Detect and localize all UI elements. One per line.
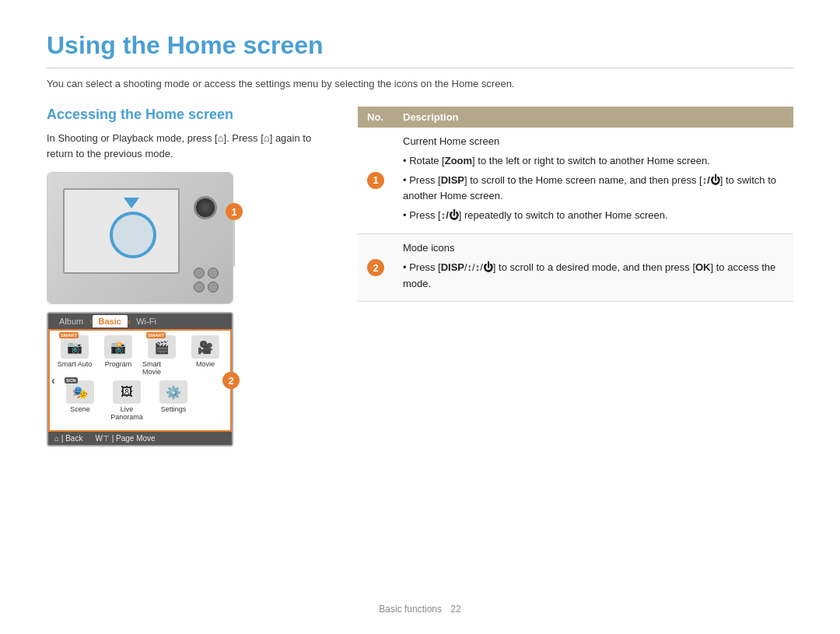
icon-smart-auto: SMART 📷 Smart Auto (55, 335, 94, 376)
icon-scene: SCN 🎭 Scene (61, 380, 100, 421)
table-row: 2 Mode icons Press [DISP/↕/↕/⏻] to scrol… (358, 233, 793, 301)
footer-page: 22 (450, 604, 460, 615)
page-footer: Basic functions 22 (0, 604, 840, 615)
page-title: Using the Home screen (47, 31, 793, 68)
section-desc: In Shooting or Playback mode, press [⌂].… (47, 131, 334, 161)
footer-text: Basic functions (379, 604, 442, 615)
icon-settings: ⚙️ Settings (154, 380, 193, 421)
row2-bullets: Press [DISP/↕/↕/⏻] to scroll to a desire… (403, 260, 784, 292)
row1-num: 1 (358, 128, 394, 233)
info-table: No. Description 1 Current Home screen Ro… (358, 107, 793, 302)
row2-desc: Mode icons Press [DISP/↕/↕/⏻] to scroll … (394, 233, 793, 301)
home-screen-ui: Album › Basic › Wi-Fi ‹ SMART (47, 312, 233, 447)
page-subtitle: You can select a shooting mode or access… (47, 78, 793, 89)
table-row: 1 Current Home screen Rotate [Zoom] to t… (358, 128, 793, 233)
icon-movie: 🎥 Movie (186, 335, 225, 376)
footer-back: ⌂ | Back (54, 434, 82, 443)
icons-row-2: SCN 🎭 Scene 🖼 LivePanorama ⚙️ (53, 380, 227, 421)
home-screen-footer: ⌂ | Back W⊤ | Page Move (48, 432, 232, 445)
icons-row-1: SMART 📷 Smart Auto 📸 Program (53, 335, 227, 376)
icon-live-panorama: 🖼 LivePanorama (107, 380, 146, 421)
tab-album: Album (53, 315, 89, 328)
icon-smart-movie: SMART 🎬 Smart Movie (142, 335, 181, 376)
row1-desc: Current Home screen Rotate [Zoom] to the… (394, 128, 793, 233)
footer-page-move: W⊤ | Page Move (95, 434, 155, 443)
col-desc: Description (394, 107, 793, 128)
row1-title: Current Home screen (403, 134, 784, 150)
camera-image (47, 172, 233, 304)
badge-2: 2 (222, 372, 240, 389)
tab-wifi: Wi-Fi (130, 315, 163, 328)
row2-num: 2 (358, 233, 394, 301)
nav-left-arrow: ‹ (51, 374, 55, 387)
col-no: No. (358, 107, 394, 128)
icons-area: ‹ SMART 📷 Smart Auto 📸 (48, 329, 232, 432)
tab-basic: Basic (93, 315, 128, 328)
row2-title: Mode icons (403, 240, 784, 257)
home-screen-tabs: Album › Basic › Wi-Fi (48, 313, 232, 329)
icon-program: 📸 Program (99, 335, 138, 376)
row1-bullets: Rotate [Zoom] to the left or right to sw… (403, 153, 784, 224)
section-title: Accessing the Home screen (47, 107, 334, 123)
badge-1: 1 (226, 203, 243, 220)
